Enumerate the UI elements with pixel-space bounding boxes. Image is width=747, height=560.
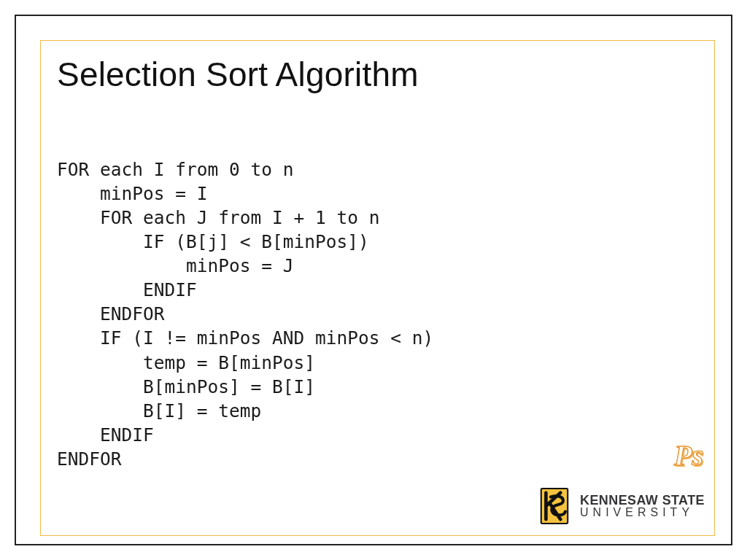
university-name-bottom: UNIVERSITY <box>580 507 705 518</box>
slide-title: Selection Sort Algorithm <box>57 55 419 94</box>
university-name: KENNESAW STATE UNIVERSITY <box>580 494 705 518</box>
ks-monogram-icon <box>536 485 573 527</box>
ps-logo: Ps Ps <box>674 438 703 472</box>
ps-logo-front: Ps <box>674 439 703 472</box>
pseudocode-block: FOR each I from 0 to n minPos = I FOR ea… <box>57 158 433 471</box>
university-logo: KENNESAW STATE UNIVERSITY <box>536 485 705 527</box>
university-name-top: KENNESAW STATE <box>580 494 705 507</box>
